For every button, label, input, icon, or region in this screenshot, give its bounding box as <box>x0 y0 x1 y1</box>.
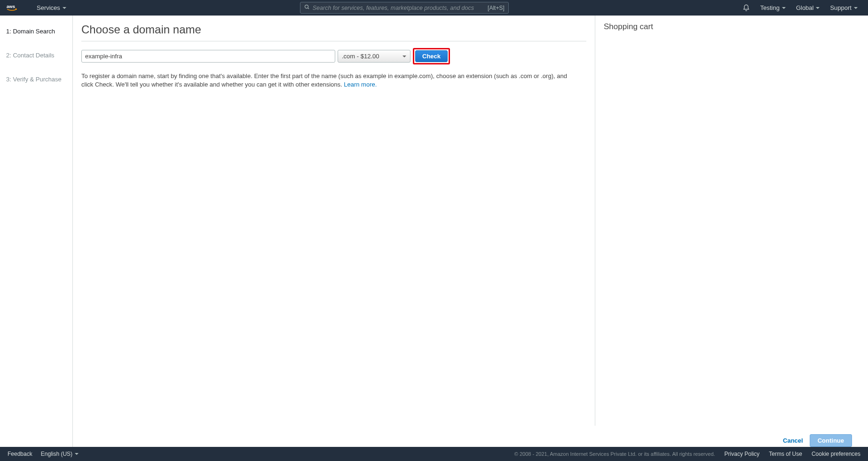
step-label: 1: Domain Search <box>6 28 55 35</box>
caret-down-icon <box>782 7 786 9</box>
step-label: 3: Verify & Purchase <box>6 76 62 83</box>
step-domain-search[interactable]: 1: Domain Search <box>0 24 72 48</box>
aws-logo[interactable]: aws <box>7 4 24 12</box>
search-shortcut: [Alt+S] <box>488 5 505 11</box>
divider <box>81 41 586 41</box>
region-label: Global <box>796 4 814 11</box>
nav-right: Testing Global Support <box>739 4 861 12</box>
continue-label: Continue <box>818 437 844 444</box>
step-verify-purchase[interactable]: 3: Verify & Purchase <box>0 72 72 96</box>
learn-more-link[interactable]: Learn more. <box>344 81 377 88</box>
caret-down-icon <box>816 7 820 9</box>
continue-button[interactable]: Continue <box>810 434 852 447</box>
caret-down-icon <box>854 7 858 9</box>
caret-down-icon <box>402 56 406 57</box>
search-wrap: [Alt+S] <box>70 2 739 14</box>
instructions-text: To register a domain name, start by find… <box>81 72 580 88</box>
tld-dropdown[interactable]: .com - $12.00 <box>338 50 410 63</box>
global-search[interactable]: [Alt+S] <box>300 2 509 14</box>
terms-link[interactable]: Terms of Use <box>769 451 802 457</box>
search-icon <box>304 4 310 11</box>
account-menu[interactable]: Testing <box>757 4 789 11</box>
cookie-link[interactable]: Cookie preferences <box>812 451 860 457</box>
svg-line-2 <box>308 8 309 9</box>
language-label: English (US) <box>41 451 72 457</box>
check-button[interactable]: Check <box>415 50 448 62</box>
caret-down-icon <box>63 7 66 9</box>
center-panel: Choose a domain name .com - $12.00 Check <box>73 16 595 426</box>
page-title: Choose a domain name <box>81 23 586 41</box>
content: Choose a domain name .com - $12.00 Check <box>73 16 868 426</box>
domain-name-input[interactable] <box>81 50 335 63</box>
support-label: Support <box>830 4 852 11</box>
language-menu[interactable]: English (US) <box>41 451 79 457</box>
footer: Feedback English (US) © 2008 - 2021, Ama… <box>0 447 868 461</box>
support-menu[interactable]: Support <box>826 4 861 11</box>
notifications-icon[interactable] <box>739 4 754 12</box>
feedback-link[interactable]: Feedback <box>8 451 32 457</box>
search-input[interactable] <box>313 5 488 11</box>
footer-left: Feedback English (US) <box>8 451 79 457</box>
content-outer: Choose a domain name .com - $12.00 Check <box>73 16 868 447</box>
instructions-body: To register a domain name, start by find… <box>81 72 567 88</box>
tld-value: .com - $12.00 <box>342 53 379 60</box>
footer-right: © 2008 - 2021, Amazon Internet Services … <box>514 451 860 457</box>
check-highlight: Check <box>413 48 450 64</box>
check-label: Check <box>422 53 441 60</box>
region-menu[interactable]: Global <box>792 4 824 11</box>
main-area: 1: Domain Search 2: Contact Details 3: V… <box>0 16 868 447</box>
cancel-button[interactable]: Cancel <box>783 437 803 444</box>
svg-point-1 <box>305 5 308 8</box>
copyright-text: © 2008 - 2021, Amazon Internet Services … <box>514 451 715 457</box>
top-nav: aws Services [Alt+S] Testing <box>0 0 868 16</box>
wizard-actions: Cancel Continue <box>73 426 868 447</box>
step-contact-details[interactable]: 2: Contact Details <box>0 48 72 72</box>
privacy-link[interactable]: Privacy Policy <box>725 451 760 457</box>
svg-text:aws: aws <box>7 4 15 9</box>
domain-search-row: .com - $12.00 Check <box>81 48 586 64</box>
account-label: Testing <box>760 4 780 11</box>
services-menu[interactable]: Services <box>33 4 70 11</box>
step-label: 2: Contact Details <box>6 52 55 59</box>
caret-down-icon <box>75 453 79 455</box>
shopping-cart-panel: Shopping cart <box>595 16 712 426</box>
wizard-sidebar: 1: Domain Search 2: Contact Details 3: V… <box>0 16 73 447</box>
cart-title: Shopping cart <box>604 22 704 32</box>
services-label: Services <box>37 4 60 11</box>
